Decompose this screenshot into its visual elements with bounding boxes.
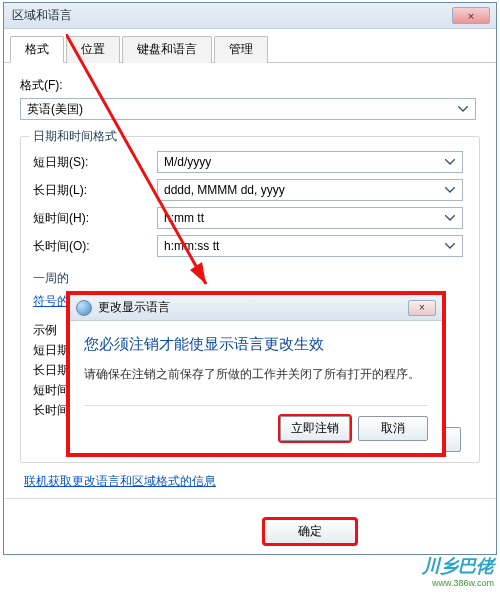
tabstrip: 格式 位置 键盘和语言 管理 (4, 29, 496, 63)
globe-icon (76, 300, 92, 316)
shorttime-label: 短时间(H): (33, 210, 157, 227)
weekstart-label: 一周的 (33, 270, 157, 287)
dialog-body: 您必须注销才能使显示语言更改生效 请确保在注销之前保存了所做的工作并关闭了所有打… (70, 321, 442, 453)
tab-keyboard-language[interactable]: 键盘和语言 (122, 36, 212, 63)
format-combo[interactable]: 英语(美国) (20, 98, 476, 120)
format-combo-value: 英语(美国) (27, 101, 83, 118)
dialog-paragraph: 请确保在注销之前保存了所做的工作并关闭了所有打开的程序。 (84, 366, 428, 383)
watermark: 川乡巴佬 www.386w.com (422, 554, 500, 588)
online-info-link[interactable]: 联机获取更改语言和区域格式的信息 (24, 473, 480, 490)
longtime-combo[interactable]: h:mm:ss tt (157, 235, 463, 257)
change-display-language-dialog: 更改显示语言 × 您必须注销才能使显示语言更改生效 请确保在注销之前保存了所做的… (66, 291, 446, 457)
chevron-down-icon (442, 154, 458, 170)
window-title: 区域和语言 (12, 7, 72, 24)
chevron-down-icon (442, 210, 458, 226)
watermark-url: www.386w.com (422, 578, 494, 588)
dialog-footer: 立即注销 取消 (84, 405, 428, 441)
divider (4, 498, 496, 499)
datetime-group-title: 日期和时间格式 (29, 128, 121, 145)
tab-location[interactable]: 位置 (66, 36, 120, 63)
longdate-value: dddd, MMMM dd, yyyy (164, 183, 285, 197)
dialog-close-button[interactable]: × (408, 300, 436, 316)
dialog-heading: 您必须注销才能使显示语言更改生效 (84, 335, 428, 354)
dialog-title: 更改显示语言 (98, 299, 170, 316)
tab-admin[interactable]: 管理 (214, 36, 268, 63)
longtime-label: 长时间(O): (33, 238, 157, 255)
chevron-down-icon (442, 238, 458, 254)
chevron-down-icon (442, 182, 458, 198)
window-close-button[interactable]: × (452, 7, 490, 24)
longdate-label: 长日期(L): (33, 182, 157, 199)
format-label: 格式(F): (20, 77, 480, 94)
logoff-now-button[interactable]: 立即注销 (280, 416, 350, 441)
dialog-titlebar: 更改显示语言 × (70, 295, 442, 321)
shorttime-value: h:mm tt (164, 211, 204, 225)
shortdate-combo[interactable]: M/d/yyyy (157, 151, 463, 173)
window-footer: 确定 (4, 513, 496, 554)
region-language-window: 区域和语言 × 格式 位置 键盘和语言 管理 格式(F): 英语(美国) 日期和… (3, 2, 497, 555)
shortdate-value: M/d/yyyy (164, 155, 211, 169)
cancel-button[interactable]: 取消 (358, 416, 428, 441)
shorttime-combo[interactable]: h:mm tt (157, 207, 463, 229)
watermark-brand: 川乡巴佬 (422, 556, 494, 576)
shortdate-label: 短日期(S): (33, 154, 157, 171)
longtime-value: h:mm:ss tt (164, 239, 219, 253)
ok-button[interactable]: 确定 (264, 519, 356, 544)
tab-format[interactable]: 格式 (10, 36, 64, 63)
longdate-combo[interactable]: dddd, MMMM dd, yyyy (157, 179, 463, 201)
chevron-down-icon (455, 101, 471, 117)
titlebar: 区域和语言 × (4, 3, 496, 29)
